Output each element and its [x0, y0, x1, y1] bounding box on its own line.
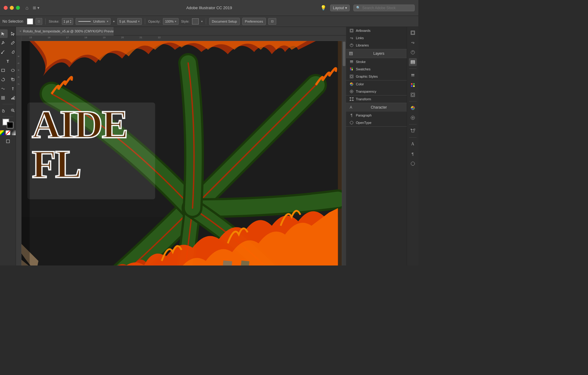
svg-rect-10: [3, 98, 5, 99]
opentype-strip-icon[interactable]: [409, 160, 417, 168]
paintbrush-tool[interactable]: [0, 48, 8, 56]
search-input[interactable]: [362, 6, 412, 10]
scrollbar-v-thumb[interactable]: [343, 42, 345, 66]
minimize-button[interactable]: [10, 6, 14, 10]
scale-tool[interactable]: [8, 75, 16, 84]
transform-strip-icon[interactable]: [409, 127, 417, 135]
rotate-tool[interactable]: [0, 75, 8, 84]
layers-panel-header[interactable]: Layers: [346, 49, 407, 58]
panel-row-paragraph[interactable]: ¶ Paragraph: [346, 112, 407, 119]
direct-selection-tool[interactable]: [8, 29, 16, 38]
document-setup-button[interactable]: Document Setup: [209, 18, 240, 25]
transform-label: Transform: [356, 97, 371, 101]
fill-stroke-indicator[interactable]: [2, 119, 13, 128]
layers-strip-icon[interactable]: [409, 58, 417, 66]
panel-row-links[interactable]: Links: [346, 34, 407, 42]
opacity-control[interactable]: 100% ▾: [163, 18, 179, 25]
svg-rect-53: [350, 98, 353, 100]
stroke-stepper[interactable]: ▲ ▼: [70, 19, 72, 24]
libraries-strip-icon[interactable]: [409, 48, 417, 56]
navigate-tools: [0, 106, 16, 115]
style-swatch[interactable]: [192, 18, 199, 24]
adobe-stock-search[interactable]: 🔍: [353, 5, 415, 11]
pen-tool[interactable]: [0, 39, 8, 47]
none-button[interactable]: [6, 130, 10, 135]
selection-tool[interactable]: [0, 29, 8, 38]
canvas-main[interactable]: AIDE FL AIDE FL: [21, 41, 346, 265]
graphic-styles-strip-icon[interactable]: [409, 91, 417, 99]
type-tool[interactable]: T: [0, 57, 16, 65]
warp-tool[interactable]: [0, 84, 8, 93]
blob-brush-tool[interactable]: [8, 48, 16, 56]
canvas-body: 2 3 4 5 6: [16, 41, 346, 265]
paragraph-strip-icon[interactable]: ¶: [409, 150, 417, 158]
maximize-button[interactable]: [16, 6, 20, 10]
fill-mode-button[interactable]: □: [36, 18, 42, 25]
gradient-button[interactable]: [12, 130, 16, 135]
links-strip-icon[interactable]: [409, 39, 417, 46]
symbol-tool[interactable]: [0, 94, 8, 102]
swatches-strip-icon[interactable]: [409, 81, 417, 89]
character-panel-header[interactable]: A Character: [346, 103, 407, 112]
stroke-line-preview: [78, 21, 91, 22]
arrange-icon[interactable]: ⊡: [268, 18, 276, 25]
lightbulb-icon[interactable]: 💡: [320, 5, 326, 11]
strip-divider-4: [409, 137, 417, 138]
transparency-strip-icon[interactable]: [409, 114, 417, 122]
rectangle-tool[interactable]: [0, 66, 8, 75]
ellipse-tool[interactable]: [8, 66, 16, 75]
panel-row-transparency[interactable]: Transparency: [346, 88, 407, 95]
preferences-button[interactable]: Preferences: [242, 18, 266, 25]
svg-rect-11: [11, 98, 12, 99]
search-icon: 🔍: [356, 6, 360, 10]
svg-rect-36: [351, 30, 352, 32]
stroke-value-control[interactable]: 1 pt ▲ ▼: [62, 18, 73, 25]
svg-point-58: [350, 121, 353, 124]
workspace-switcher[interactable]: ⊞ ▾: [33, 6, 40, 10]
ruler-v-numbers: 2 3 4 5 6: [17, 53, 20, 85]
layout-button[interactable]: Layout ▾: [330, 5, 350, 11]
width-tool[interactable]: [8, 84, 16, 93]
svg-rect-18: [6, 140, 9, 143]
stroke-strip-icon[interactable]: [409, 71, 417, 79]
panel-row-opentype[interactable]: OpenType: [346, 119, 407, 126]
panel-row-stroke[interactable]: Stroke: [346, 58, 407, 65]
libraries-icon: [349, 43, 354, 48]
close-button[interactable]: [4, 6, 8, 10]
home-icon[interactable]: ⌂: [24, 5, 30, 11]
point-style-dropdown[interactable]: 5 pt. Round ▾: [117, 18, 142, 25]
svg-rect-38: [349, 54, 352, 55]
svg-rect-78: [411, 129, 412, 130]
swatches-icon: [349, 67, 354, 72]
svg-line-15: [13, 111, 14, 112]
horizontal-ruler: 15 16 17 18 19 20 21 22: [21, 35, 346, 41]
svg-text:AIDE: AIDE: [32, 102, 127, 146]
dot-icon: ●: [113, 20, 115, 23]
document-tab[interactable]: × Rotulo_final_tempestade_v5.ai @ 300% (…: [16, 27, 114, 35]
zoom-tool[interactable]: [8, 106, 16, 115]
stroke-style-dropdown[interactable]: Uniform ▾: [76, 18, 111, 25]
strip-divider-2: [409, 101, 417, 102]
graph-tool[interactable]: [8, 94, 16, 102]
panel-row-swatches[interactable]: Swatches: [346, 65, 407, 73]
scrollbar-v[interactable]: [342, 41, 346, 265]
artboards-strip-icon[interactable]: [409, 29, 417, 37]
color-button[interactable]: [0, 130, 4, 135]
pencil-tool[interactable]: [8, 39, 16, 47]
character-strip-icon[interactable]: A: [409, 140, 417, 148]
hand-tool[interactable]: [0, 106, 8, 115]
color-strip-icon[interactable]: [409, 104, 417, 112]
tab-close-icon[interactable]: ×: [20, 29, 21, 33]
panel-row-transform[interactable]: Transform: [346, 95, 407, 103]
opacity-label: Opacity:: [148, 20, 160, 23]
svg-rect-7: [2, 96, 3, 98]
panel-row-graphic-styles[interactable]: Graphic Styles: [346, 73, 407, 80]
change-screen-mode-button[interactable]: [3, 137, 13, 146]
panel-group-artboards: Artboards Links Libraries: [346, 27, 407, 49]
stroke-indicator[interactable]: [7, 122, 13, 128]
style-label: Style:: [181, 20, 190, 23]
fill-color-swatch[interactable]: [27, 18, 33, 24]
panel-row-libraries[interactable]: Libraries: [346, 42, 407, 49]
panel-row-color[interactable]: Color: [346, 80, 407, 88]
panel-row-artboards[interactable]: Artboards: [346, 27, 407, 34]
